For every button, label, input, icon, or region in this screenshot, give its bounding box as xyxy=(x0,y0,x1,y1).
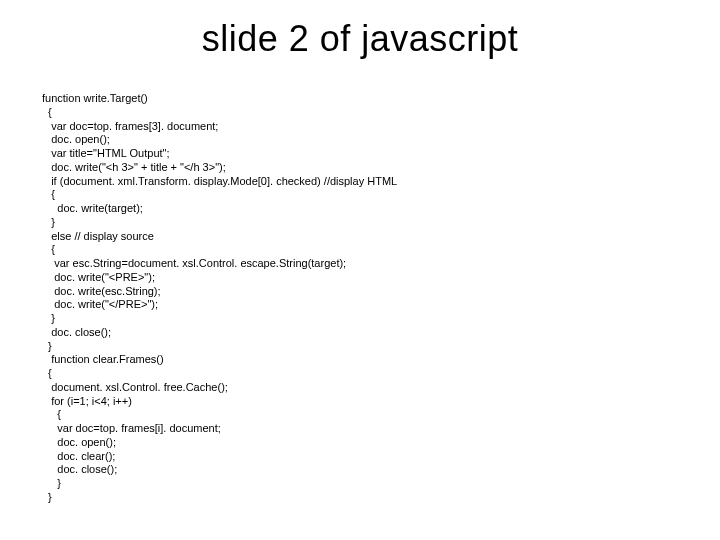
slide: slide 2 of javascript function write.Tar… xyxy=(0,0,720,540)
code-block: function write.Target() { var doc=top. f… xyxy=(42,92,397,505)
slide-title: slide 2 of javascript xyxy=(0,18,720,60)
